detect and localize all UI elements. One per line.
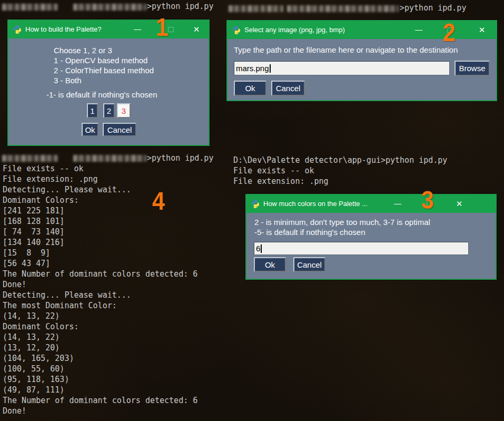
count-instructions: 2 - is minimum, don't type too much, 3-7… [254, 217, 430, 237]
terminal-line: (13, 12, 20) [3, 342, 197, 353]
dialog-titlebar[interactable]: How much colors on the Palette ... — ✕ [246, 195, 496, 213]
terminal-output-left: File exists -- okFile extension: .pngDet… [3, 163, 197, 416]
dialog-color-count: How much colors on the Palette ... — ✕ 2… [245, 194, 497, 280]
terminal-line: File exists -- ok [3, 163, 197, 174]
terminal-line: The Number of dominant colors detected: … [3, 269, 197, 279]
terminal-line: 3 - Both [54, 75, 154, 85]
close-icon[interactable]: ✕ [475, 24, 489, 37]
terminal-line: 2 - ColorThief based method [54, 65, 154, 75]
redacted-path [287, 5, 399, 12]
minimize-button[interactable]: — [391, 197, 404, 211]
terminal-line: File exists -- ok [233, 165, 447, 176]
terminal-line: (104, 165, 203) [3, 353, 197, 364]
terminal-line: 2 - is minimum, don't type too much, 3-7… [254, 217, 430, 227]
terminal-prompt-command: >python ipd.py [147, 153, 213, 163]
minimize-button[interactable]: — [131, 23, 144, 36]
maximize-icon [168, 27, 174, 32]
count-input[interactable]: 6 [254, 242, 469, 255]
terminal-line: File extension: .png [233, 176, 447, 187]
path-instructions: Type the path or the filename here or na… [234, 45, 458, 55]
terminal-line: Choose 1, 2 or 3 [54, 45, 154, 55]
terminal-line: (49, 87, 111) [3, 385, 197, 395]
dialog-title: Select any image (png, jpg, bmp) [244, 26, 345, 34]
redacted-path [73, 4, 146, 11]
terminal-line: Detecting... Please wait... [3, 290, 197, 300]
close-icon[interactable]: ✕ [190, 23, 203, 37]
ok-button[interactable]: Ok [234, 81, 266, 96]
dialog-titlebar[interactable]: How to build the Palette? — ✕ [8, 21, 209, 38]
terminal-line: [ 74 73 140] [3, 227, 197, 237]
terminal-line: The Number of dominant colors detected: … [3, 395, 197, 406]
redacted-path [2, 4, 58, 11]
dialog-title: How much colors on the Palette ... [263, 200, 368, 208]
terminal-line: [241 225 181] [3, 205, 197, 216]
cancel-button[interactable]: Cancel [103, 123, 136, 136]
default-note: -1- is default if nothing's chosen [46, 90, 157, 100]
dialog-build-palette: How to build the Palette? — ✕ Choose 1, … [7, 19, 210, 146]
minimize-button[interactable]: — [412, 23, 426, 37]
terminal-line: The most Dominant Color: [3, 300, 197, 311]
redacted-path [2, 155, 58, 162]
redacted-path [229, 5, 283, 12]
cancel-button[interactable]: Cancel [293, 257, 325, 272]
choice-instructions: Choose 1, 2 or 31 - OpenCV based method2… [54, 45, 154, 85]
terminal-line: [134 140 216] [3, 237, 197, 248]
terminal-line: Done! [3, 406, 197, 416]
dialog-select-image: Select any image (png, jpg, bmp) — ✕ Typ… [226, 20, 497, 101]
annotation-step-4: 4 [152, 189, 165, 214]
terminal-line: Dominant Colors: [3, 321, 197, 332]
ok-button[interactable]: Ok [254, 257, 286, 272]
count-input-value: 6 [256, 244, 260, 253]
terminal-output-right: D:\Dev\Palette detector\app-gui>python i… [233, 155, 447, 187]
python-icon [251, 199, 260, 209]
dialog-titlebar[interactable]: Select any image (png, jpg, bmp) — ✕ [228, 21, 496, 39]
ok-button[interactable]: Ok [82, 123, 98, 136]
annotation-step-2: 2 [443, 20, 456, 45]
terminal-line: 1 - OpenCV based method [54, 55, 154, 65]
terminal-line: Detecting... Please wait... [3, 184, 197, 195]
terminal-line: (14, 13, 22) [3, 332, 197, 342]
choice-1-button[interactable]: 1 [87, 103, 98, 118]
annotation-step-3: 3 [421, 188, 434, 213]
terminal-line: D:\Dev\Palette detector\app-gui>python i… [233, 155, 447, 165]
terminal-line: [56 43 47] [3, 258, 197, 269]
python-icon [13, 25, 22, 34]
terminal-line: (14, 13, 22) [3, 311, 197, 321]
terminal-line: (100, 55, 60) [3, 364, 197, 374]
annotation-step-1: 1 [156, 15, 169, 40]
filename-input-value: mars.png [236, 64, 269, 73]
redacted-path [73, 155, 146, 162]
python-icon [232, 25, 241, 35]
terminal-line: File extension: .png [3, 174, 197, 184]
terminal-line: -5- is default if nothing's chosen [254, 227, 430, 237]
text-cursor [261, 244, 262, 253]
dialog-title: How to build the Palette? [25, 25, 102, 33]
close-icon[interactable]: ✕ [452, 198, 466, 211]
choice-3-button[interactable]: 3 [117, 103, 131, 118]
terminal-line: Done! [3, 279, 197, 290]
text-cursor [270, 64, 271, 73]
terminal-line: (95, 118, 163) [3, 374, 197, 385]
terminal-line: [15 8 9] [3, 248, 197, 258]
filename-input[interactable]: mars.png [234, 61, 450, 75]
terminal-line: Dominant Colors: [3, 195, 197, 205]
terminal-line: [168 128 101] [3, 216, 197, 227]
choice-2-button[interactable]: 2 [103, 103, 115, 118]
cancel-button[interactable]: Cancel [271, 81, 305, 96]
screenshot-collage: >python ipd.py >python ipd.py >python ip… [0, 0, 504, 421]
terminal-prompt-command: >python ipd.py [147, 1, 213, 12]
browse-button[interactable]: Browse [454, 61, 490, 76]
terminal-prompt-command: >python ipd.py [400, 3, 466, 13]
